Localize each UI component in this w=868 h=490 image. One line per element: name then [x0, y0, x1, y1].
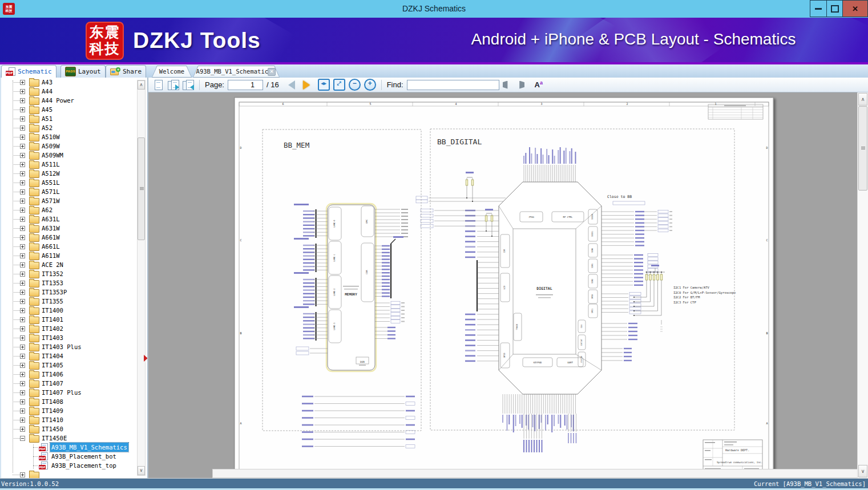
expand-toggle[interactable]	[20, 290, 25, 295]
tree-item-folder[interactable]: IT1450E	[1, 434, 136, 443]
doc-tab-schematics[interactable]: A93B_MB_V1_Schematics ✕	[193, 66, 280, 78]
tree-item-folder[interactable]: A44	[1, 87, 136, 96]
scroll-up-button[interactable]: ∧	[138, 80, 145, 90]
expand-toggle[interactable]	[20, 80, 25, 85]
expand-toggle[interactable]	[20, 317, 25, 322]
page-number-input[interactable]	[228, 80, 263, 90]
tree-item-folder[interactable]: IT1407 Plus	[1, 388, 136, 397]
tree-item-folder[interactable]: A571L	[1, 187, 136, 196]
expand-toggle[interactable]	[20, 235, 25, 240]
expand-toggle[interactable]	[20, 427, 25, 432]
tree-item-pdf[interactable]: PDFA93B_Placement_bot	[1, 452, 136, 461]
expand-toggle[interactable]	[20, 381, 25, 386]
expand-toggle[interactable]	[20, 116, 25, 122]
expand-toggle[interactable]	[20, 390, 25, 395]
expand-toggle[interactable]	[20, 162, 25, 167]
tree-item-folder[interactable]: A52	[1, 123, 136, 132]
tree-item-folder[interactable]: IT1404	[1, 351, 136, 361]
expand-toggle[interactable]	[20, 199, 25, 204]
tree-item-folder[interactable]: A571W	[1, 196, 136, 205]
expand-toggle[interactable]	[20, 262, 25, 268]
find-input[interactable]	[407, 80, 499, 90]
tree-item-folder[interactable]: A43	[1, 78, 136, 87]
find-next-icon[interactable]	[515, 81, 524, 89]
tree-item-folder[interactable]: A509WM	[1, 151, 136, 160]
maximize-button[interactable]	[826, 0, 843, 17]
tab-schematic[interactable]: PDF Schematic	[1, 65, 56, 78]
zoom-in-button[interactable]: +	[364, 79, 376, 91]
export-page-icon[interactable]	[168, 79, 179, 91]
expand-toggle[interactable]	[20, 217, 25, 222]
find-previous-icon[interactable]	[503, 81, 512, 89]
expand-toggle[interactable]	[20, 272, 25, 277]
tree-item-folder[interactable]: A661W	[1, 233, 136, 242]
scroll-down-button[interactable]: ∨	[138, 466, 145, 475]
scroll-up-button[interactable]: ∧	[858, 93, 867, 106]
sidebar-scrollbar[interactable]: ∧ ∨	[137, 80, 146, 476]
tree-item-pdf[interactable]: PDFA93B_Placement_top	[1, 461, 136, 470]
expand-toggle[interactable]	[20, 189, 25, 195]
expand-toggle[interactable]	[20, 281, 25, 286]
pdf-viewer[interactable]: 654321DDCCBBAALANE-0LANE-1LANE-2LANE-3EM…	[148, 92, 868, 478]
minimize-button[interactable]	[810, 0, 827, 17]
collapse-toggle[interactable]	[20, 436, 25, 441]
tree-item-folder[interactable]: IT1355	[1, 297, 136, 306]
expand-toggle[interactable]	[20, 89, 25, 94]
expand-toggle[interactable]	[20, 372, 25, 377]
tree-item-folder[interactable]: IT1400	[1, 306, 136, 315]
tree-item-folder[interactable]: IT1408	[1, 397, 136, 406]
tree-item-folder[interactable]	[1, 470, 136, 478]
expand-toggle[interactable]	[20, 144, 25, 149]
expand-toggle[interactable]	[20, 98, 25, 103]
expand-toggle[interactable]	[20, 399, 25, 404]
tab-layout[interactable]: PADS Layout	[60, 65, 106, 78]
expand-toggle[interactable]	[20, 135, 25, 140]
expand-toggle[interactable]	[20, 125, 25, 131]
tree-item-folder[interactable]: A510W	[1, 132, 136, 141]
expand-toggle[interactable]	[20, 363, 25, 368]
tree-item-folder[interactable]: IT1353P	[1, 287, 136, 297]
tree-item-folder[interactable]: IT1353	[1, 278, 136, 287]
vertical-scrollbar[interactable]: ∧ ∨	[857, 92, 868, 478]
fit-page-button[interactable]: ⤢	[333, 79, 345, 91]
tree-item-folder[interactable]: A611W	[1, 251, 136, 260]
expand-toggle[interactable]	[20, 354, 25, 359]
tree-item-folder[interactable]: A44 Power	[1, 96, 136, 105]
tree-item-folder[interactable]: IT1403 Plus	[1, 342, 136, 351]
tree-item-folder[interactable]: A631W	[1, 224, 136, 233]
horizontal-scrollbar[interactable]	[212, 469, 858, 478]
tree-item-folder[interactable]: A511L	[1, 160, 136, 169]
splitter-collapse-arrow[interactable]	[144, 355, 148, 362]
tree-item-folder[interactable]: IT1352	[1, 269, 136, 278]
tree-item-folder[interactable]: IT1402	[1, 324, 136, 333]
expand-toggle[interactable]	[20, 326, 25, 331]
scroll-down-button[interactable]: ∨	[858, 465, 867, 477]
scrollbar-thumb[interactable]	[138, 137, 145, 240]
font-size-icon[interactable]: Aa	[535, 80, 543, 89]
tab-close-icon[interactable]: ✕	[268, 68, 276, 76]
expand-toggle[interactable]	[20, 180, 25, 185]
tree-item-folder[interactable]: IT1409	[1, 406, 136, 415]
tree-item-folder[interactable]: A509W	[1, 141, 136, 151]
expand-toggle[interactable]	[20, 472, 25, 477]
expand-toggle[interactable]	[20, 226, 25, 231]
tree-item-folder[interactable]: A62	[1, 205, 136, 214]
tree-item-folder[interactable]: ACE 2N	[1, 260, 136, 269]
expand-toggle[interactable]	[20, 244, 25, 249]
tree-item-folder[interactable]: IT1405	[1, 361, 136, 370]
tree-item-folder[interactable]: A51	[1, 114, 136, 123]
tree-item-folder[interactable]: A661L	[1, 242, 136, 251]
expand-toggle[interactable]	[20, 299, 25, 304]
expand-toggle[interactable]	[20, 107, 25, 112]
close-button[interactable]: ✕	[842, 0, 868, 17]
import-page-icon[interactable]	[183, 79, 194, 91]
expand-toggle[interactable]	[20, 345, 25, 350]
fit-width-button[interactable]: ◂▸	[318, 79, 330, 91]
next-page-button[interactable]	[303, 80, 310, 90]
tree-item-folder[interactable]: A551L	[1, 178, 136, 187]
tab-share[interactable]: + Share	[106, 65, 146, 78]
expand-toggle[interactable]	[20, 253, 25, 258]
tree-item-folder[interactable]: IT1407	[1, 379, 136, 388]
tree-item-folder[interactable]: IT1401	[1, 315, 136, 324]
doc-tab-welcome[interactable]: Welcome	[152, 66, 192, 78]
